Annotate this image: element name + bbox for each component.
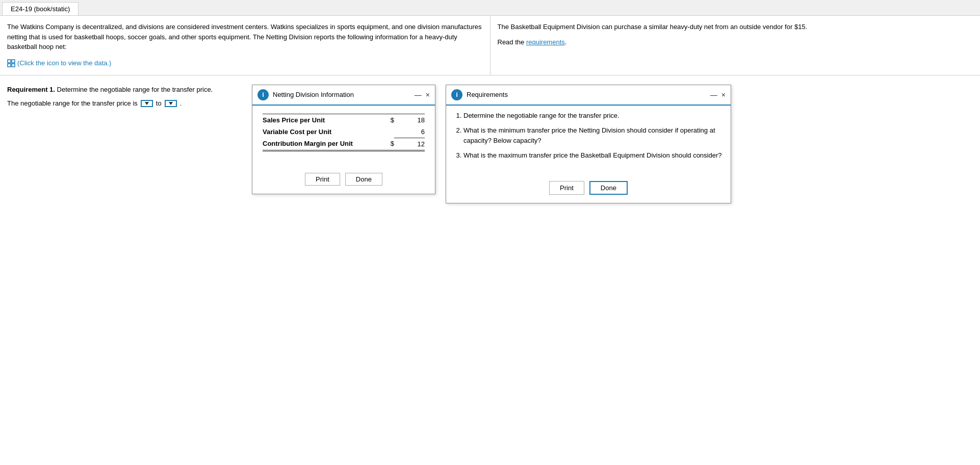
netting-dialog-title: Netting Division Information bbox=[273, 91, 410, 98]
netting-dialog-header: i Netting Division Information — × bbox=[252, 85, 435, 106]
svg-rect-1 bbox=[12, 60, 15, 63]
req-item-1: Determine the negotiable range for the t… bbox=[463, 111, 724, 121]
netting-done-btn[interactable]: Done bbox=[345, 173, 382, 186]
desc-right: The Basketball Equipment Division can pu… bbox=[491, 16, 981, 75]
requirements-dialog-title: Requirements bbox=[467, 91, 706, 98]
netting-minimize-btn[interactable]: — bbox=[415, 91, 422, 99]
variable-dollar bbox=[379, 126, 394, 138]
dialog-area: i Netting Division Information — × Sales… bbox=[252, 85, 973, 203]
icon-link-text: (Click the icon to view the data.) bbox=[17, 59, 111, 67]
netting-dialog-controls: — × bbox=[415, 91, 430, 99]
requirements-print-btn[interactable]: Print bbox=[549, 181, 584, 195]
requirements-done-btn[interactable]: Done bbox=[589, 181, 628, 195]
svg-rect-0 bbox=[8, 60, 11, 63]
netting-data-table: Sales Price per Unit $ 18 Variable Cost … bbox=[263, 114, 425, 151]
desc-left: The Watkins Company is decentralized, an… bbox=[0, 16, 491, 75]
description-row: The Watkins Company is decentralized, an… bbox=[0, 16, 980, 75]
req-item-3: What is the maximum transfer price the B… bbox=[463, 150, 724, 161]
desc-left-text: The Watkins Company is decentralized, an… bbox=[7, 22, 483, 52]
sales-value: 18 bbox=[394, 114, 425, 126]
tab-bar: E24-19 (book/static) bbox=[0, 0, 980, 16]
requirement-label: Requirement 1. bbox=[7, 86, 55, 93]
range-to-dropdown[interactable] bbox=[165, 100, 177, 107]
range-row: The negotiable range for the transfer pr… bbox=[7, 99, 242, 107]
to-label: to bbox=[156, 99, 162, 107]
requirements-dialog-footer: Print Done bbox=[446, 176, 731, 203]
svg-rect-2 bbox=[8, 64, 11, 67]
netting-close-btn[interactable]: × bbox=[426, 91, 430, 99]
contribution-dollar: $ bbox=[379, 138, 394, 150]
desc-right-text: The Basketball Equipment Division can pu… bbox=[498, 22, 973, 32]
requirements-link[interactable]: requirements bbox=[526, 38, 565, 46]
requirements-dialog-controls: — × bbox=[710, 91, 726, 99]
range-label: The negotiable range for the transfer pr… bbox=[7, 99, 138, 107]
table-row-contribution: Contribution Margin per Unit $ 12 bbox=[263, 138, 425, 150]
svg-rect-3 bbox=[12, 64, 15, 67]
requirements-close-btn[interactable]: × bbox=[721, 91, 726, 99]
variable-value: 6 bbox=[394, 126, 425, 138]
variable-label: Variable Cost per Unit bbox=[263, 126, 379, 138]
requirements-info-icon: i bbox=[451, 89, 462, 100]
left-panel: Requirement 1. Determine the negotiable … bbox=[7, 85, 242, 108]
requirements-minimize-btn[interactable]: — bbox=[710, 91, 717, 99]
main-tab[interactable]: E24-19 (book/static) bbox=[2, 2, 79, 15]
table-row-sales: Sales Price per Unit $ 18 bbox=[263, 114, 425, 126]
netting-dialog: i Netting Division Information — × Sales… bbox=[252, 85, 435, 194]
data-icon-link[interactable]: (Click the icon to view the data.) bbox=[7, 59, 111, 67]
range-from-dropdown[interactable] bbox=[141, 100, 153, 107]
grid-icon bbox=[7, 59, 15, 67]
read-text: Read the bbox=[498, 38, 525, 46]
sales-dollar: $ bbox=[379, 114, 394, 126]
read-requirements: Read the requirements. bbox=[498, 37, 973, 47]
netting-dialog-footer: Print Done bbox=[252, 168, 435, 194]
contribution-label: Contribution Margin per Unit bbox=[263, 138, 379, 150]
contribution-value: 12 bbox=[394, 138, 425, 150]
netting-dialog-body: Sales Price per Unit $ 18 Variable Cost … bbox=[252, 106, 435, 168]
requirements-dialog: i Requirements — × Determine the negotia… bbox=[446, 85, 731, 203]
main-content: Requirement 1. Determine the negotiable … bbox=[0, 75, 980, 213]
requirement-text: Determine the negotiable range for the t… bbox=[57, 86, 213, 93]
requirements-dialog-body: Determine the negotiable range for the t… bbox=[446, 106, 731, 171]
netting-info-icon: i bbox=[257, 89, 269, 100]
requirements-dialog-header: i Requirements — × bbox=[446, 85, 731, 106]
requirement-heading: Requirement 1. Determine the negotiable … bbox=[7, 85, 242, 95]
dropdown-arrow-2 bbox=[169, 102, 173, 105]
sales-label: Sales Price per Unit bbox=[263, 114, 379, 126]
period: . bbox=[180, 99, 182, 107]
requirements-list: Determine the negotiable range for the t… bbox=[453, 111, 724, 161]
req-item-2: What is the minimum transfer price the N… bbox=[463, 125, 724, 145]
dropdown-arrow-1 bbox=[145, 102, 149, 105]
table-row-variable: Variable Cost per Unit 6 bbox=[263, 126, 425, 138]
netting-print-btn[interactable]: Print bbox=[305, 173, 340, 186]
